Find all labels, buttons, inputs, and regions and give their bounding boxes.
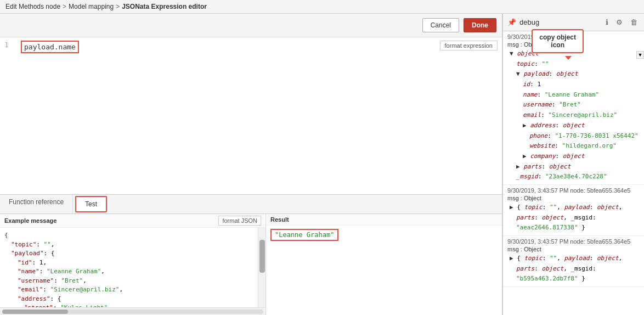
result-value: "Leanne Graham" <box>270 229 338 241</box>
horizontal-scroll-area[interactable] <box>0 307 265 315</box>
example-message-label: Example message <box>4 217 57 224</box>
debug-entry-2: 9/30/2019, 3:43:57 PM node: 5bfea655.364… <box>503 185 644 236</box>
code-content[interactable]: payload.name <box>21 41 79 53</box>
debug-title: debug <box>519 18 539 26</box>
debug-content[interactable]: 9/30/2019, 3:43:57 PM msg : Object ▼ obj… <box>503 31 644 315</box>
json-line: "name": "Leanne Graham", <box>4 267 253 277</box>
tree-address-label[interactable]: ▶ address: object <box>510 121 640 131</box>
json-line: "street": "Kulas Light", <box>4 303 253 307</box>
json-line: "topic": "", <box>4 240 253 250</box>
tree-topic: topic: "" <box>510 59 640 70</box>
json-line: "address": { <box>4 295 253 304</box>
debug-panel: copy object icon 📌 debug ℹ ⚙ 🗑 ▼ 9/30/ <box>502 14 644 315</box>
json-line: "id": 1, <box>4 258 253 268</box>
debug-tree-2: ▶ { topic: "", payload: object, parts: o… <box>507 203 640 233</box>
debug-msg-label-2: msg : Object <box>507 195 640 201</box>
debug-delete-button[interactable]: 🗑 <box>628 17 640 27</box>
tree-summary-3c: "b595a463.2db7f8" } <box>510 274 640 284</box>
breadcrumb-current: JSONata Expression editor <box>122 3 207 10</box>
editor-panel: Cancel Done format expression 1 payload.… <box>0 14 502 315</box>
json-code-area[interactable]: { "topic": "", "payload": { "id": 1, "na… <box>0 228 258 307</box>
line-number: 1 <box>4 41 15 53</box>
example-message-panel: Example message format JSON { "topic": "… <box>0 214 266 315</box>
tree-website: website: "hildegard.org" <box>510 141 640 151</box>
scroll-down-icon: ▼ <box>638 52 643 58</box>
debug-info-button[interactable]: ℹ <box>603 17 611 27</box>
main-layout: Cancel Done format expression 1 payload.… <box>0 14 644 315</box>
breadcrumb-sep1: > <box>63 3 66 10</box>
tree-email: email: "Sincere@april.biz" <box>510 110 640 121</box>
tree-parts-label[interactable]: ▶ parts: object <box>510 162 640 172</box>
callout-line1: copy object <box>539 33 576 41</box>
result-label: Result <box>266 214 502 226</box>
tab-bar: Function reference Test <box>0 195 502 214</box>
debug-entry-3: 9/30/2019, 3:43:57 PM node: 5bfea655.364… <box>503 236 644 287</box>
debug-timestamp-3: 9/30/2019, 3:43:57 PM node: 5bfea655.364… <box>507 238 640 245</box>
tree-payload-label[interactable]: ▼ payload: object <box>510 69 640 80</box>
breadcrumb-part2: Model mapping <box>69 3 114 10</box>
breadcrumb-sep2: > <box>116 3 120 10</box>
debug-msg-label-3: msg : Object <box>507 246 640 252</box>
breadcrumb: Edit Methods node > Model mapping > JSON… <box>0 0 644 14</box>
tree-phone: phone: "1-770-736-8031 x56442" <box>510 131 640 142</box>
callout-container: copy object icon <box>532 29 584 53</box>
cancel-button[interactable]: Cancel <box>422 18 459 32</box>
tree-summary-3b: parts: object, _msgid: <box>510 264 640 274</box>
result-content: "Leanne Graham" <box>266 226 502 315</box>
code-line-1: 1 payload.name <box>0 37 502 57</box>
json-line: "payload": { <box>4 249 253 258</box>
format-expression-button[interactable]: format expression <box>440 41 498 50</box>
tree-company-label[interactable]: ▶ company: object <box>510 151 640 162</box>
scroll-track[interactable] <box>2 310 263 314</box>
debug-title-area: 📌 debug <box>507 18 539 26</box>
breadcrumb-part1: Edit Methods node <box>5 3 60 10</box>
tree-name: name: "Leanne Graham" <box>510 90 640 100</box>
debug-pin-icon: 📌 <box>507 18 516 26</box>
tree-summary-2[interactable]: ▶ { topic: "", payload: object, <box>510 203 640 213</box>
tree-summary-2c: "aeac2646.817338" } <box>510 223 640 233</box>
tab-function-reference[interactable]: Function reference <box>0 195 73 213</box>
format-json-button[interactable]: format JSON <box>218 216 261 226</box>
toolbar-row: Cancel Done <box>0 14 502 37</box>
debug-timestamp-2: 9/30/2019, 3:43:57 PM node: 5bfea655.364… <box>507 187 640 194</box>
debug-actions: ℹ ⚙ 🗑 <box>603 17 640 27</box>
tree-msgid: _msgid: "23ae38e4.70c228" <box>510 172 640 182</box>
tree-summary-3[interactable]: ▶ { topic: "", payload: object, <box>510 254 640 264</box>
callout-line2: icon <box>551 41 564 49</box>
done-button[interactable]: Done <box>464 18 496 32</box>
scroll-thumb-h[interactable] <box>2 310 68 314</box>
debug-scroll-down-btn[interactable]: ▼ <box>636 51 644 59</box>
scroll-thumb[interactable] <box>259 240 265 273</box>
vertical-scrollbar[interactable] <box>258 228 265 307</box>
tree-username: username: "Bret" <box>510 100 640 110</box>
json-line: "email": "Sincere@april.biz", <box>4 285 253 295</box>
bottom-panel: Function reference Test Example message … <box>0 194 502 315</box>
debug-tree-3: ▶ { topic: "", payload: object, parts: o… <box>507 254 640 284</box>
tab-test[interactable]: Test <box>75 196 107 212</box>
tree-id: id: 1 <box>510 80 640 90</box>
json-line: { <box>4 231 253 240</box>
debug-entry-1: 9/30/2019, 3:43:57 PM msg : Object ▼ obj… <box>503 31 644 185</box>
code-editor: format expression 1 payload.name <box>0 37 502 194</box>
bottom-content-row: Example message format JSON { "topic": "… <box>0 214 502 315</box>
debug-tree-1: ▼ object topic: "" ▼ payload: object id:… <box>507 49 640 182</box>
result-panel: Result "Leanne Graham" <box>266 214 502 315</box>
callout-box: copy object icon <box>532 29 584 53</box>
debug-settings-button[interactable]: ⚙ <box>614 17 625 27</box>
tree-summary-2b: parts: object, _msgid: <box>510 213 640 223</box>
json-line: "username": "Bret", <box>4 277 253 286</box>
